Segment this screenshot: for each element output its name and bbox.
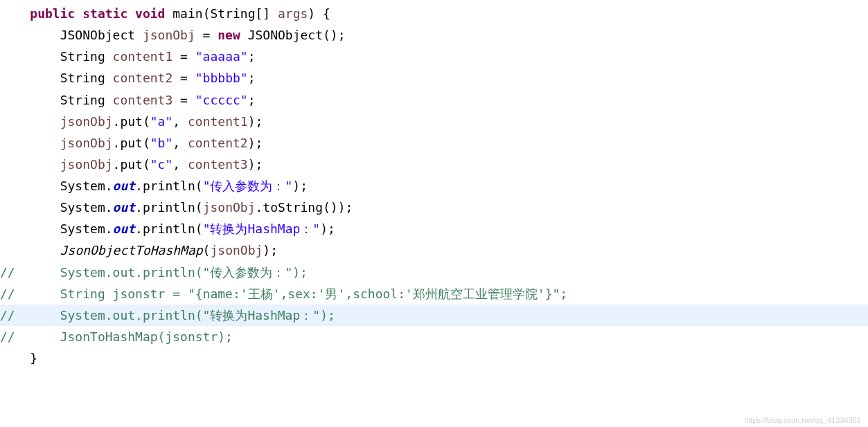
line-1: public static void main(String[] args) {	[0, 3, 868, 24]
code-block: public static void main(String[] args) {…	[0, 0, 868, 372]
line-7: jsonObj.put("b", content2);	[0, 132, 868, 154]
line-16-highlighted: // System.out.println("转换为HashMap：");	[0, 305, 868, 326]
line-17: // JsonToHashMap(jsonstr);	[0, 326, 868, 347]
line-5: String content3 = "ccccc";	[0, 89, 868, 111]
line-3: String content1 = "aaaaa";	[0, 46, 868, 67]
line-11: System.out.println("转换为HashMap：");	[0, 218, 868, 239]
line-10: System.out.println(jsonObj.toString());	[0, 197, 868, 218]
line-14: // System.out.println("传入参数为：");	[0, 262, 868, 283]
line-15: // String jsonstr = "{name:'王杨',sex:'男',…	[0, 283, 868, 305]
line-18: }	[0, 347, 868, 369]
line-2: JSONObject jsonObj = new JSONObject();	[0, 24, 868, 46]
line-6: jsonObj.put("a", content1);	[0, 111, 868, 132]
line-9: System.out.println("传入参数为：");	[0, 175, 868, 197]
line-8: jsonObj.put("c", content3);	[0, 154, 868, 175]
line-4: String content2 = "bbbbb";	[0, 67, 868, 89]
line-12: JsonObjectToHashMap(jsonObj);	[0, 239, 868, 261]
